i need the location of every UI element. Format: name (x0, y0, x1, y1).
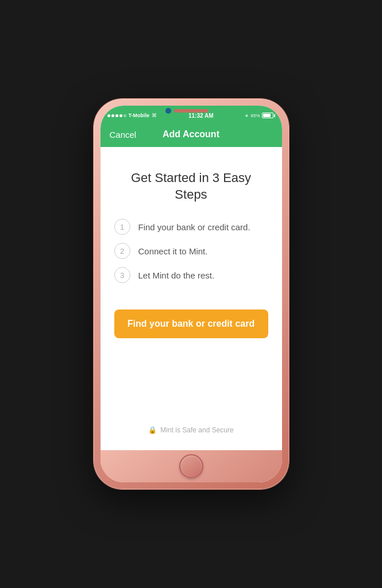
speaker (174, 109, 209, 113)
home-button-area (101, 450, 282, 482)
main-content: Get Started in 3 Easy Steps 1 Find your … (101, 147, 282, 450)
camera (165, 108, 171, 114)
status-right: ∗ 85% (245, 113, 275, 118)
status-bar: T-Mobile ⌘ 11:32 AM ∗ 85% (101, 106, 282, 122)
carrier-label: T-Mobile (129, 113, 150, 118)
battery-fill (263, 114, 271, 117)
signal-dot-2 (111, 114, 114, 117)
status-left: T-Mobile ⌘ (107, 113, 157, 118)
phone-screen: T-Mobile ⌘ 11:32 AM ∗ 85% Cancel Add Acc… (101, 106, 282, 482)
cancel-button[interactable]: Cancel (110, 130, 137, 140)
find-bank-button[interactable]: Find your bank or credit card (114, 310, 268, 338)
secure-label: Mint is Safe and Secure (160, 426, 233, 434)
lock-icon: 🔒 (148, 426, 157, 434)
step-item-2: 2 Connect it to Mint. (114, 243, 268, 259)
wifi-icon: ⌘ (152, 113, 157, 118)
signal-dot-4 (119, 114, 122, 117)
clock: 11:32 AM (188, 113, 214, 119)
steps-list: 1 Find your bank or credit card. 2 Conne… (114, 219, 268, 291)
nav-bar: Cancel Add Account (101, 122, 282, 147)
nav-title: Add Account (163, 129, 219, 140)
battery-body (262, 113, 273, 118)
step-text-3: Let Mint do the rest. (138, 270, 215, 280)
signal-dot-5 (124, 114, 126, 117)
step-text-2: Connect it to Mint. (138, 246, 208, 256)
step-number-3: 3 (114, 267, 130, 283)
step-number-2: 2 (114, 243, 130, 259)
signal-bars (107, 114, 126, 117)
step-number-1: 1 (114, 219, 130, 235)
home-button[interactable] (179, 454, 203, 478)
signal-dot-3 (115, 114, 118, 117)
bluetooth-icon: ∗ (245, 113, 249, 118)
phone-frame: T-Mobile ⌘ 11:32 AM ∗ 85% Cancel Add Acc… (94, 99, 289, 489)
secure-footer: 🔒 Mint is Safe and Secure (148, 426, 233, 439)
battery-tip (274, 114, 275, 117)
page-heading: Get Started in 3 Easy Steps (114, 170, 268, 203)
step-text-1: Find your bank or credit card. (138, 222, 250, 232)
signal-dot-1 (107, 114, 110, 117)
battery-percent: 85% (250, 113, 260, 118)
step-item-3: 3 Let Mint do the rest. (114, 267, 268, 283)
step-item-1: 1 Find your bank or credit card. (114, 219, 268, 235)
battery-icon (262, 113, 275, 118)
